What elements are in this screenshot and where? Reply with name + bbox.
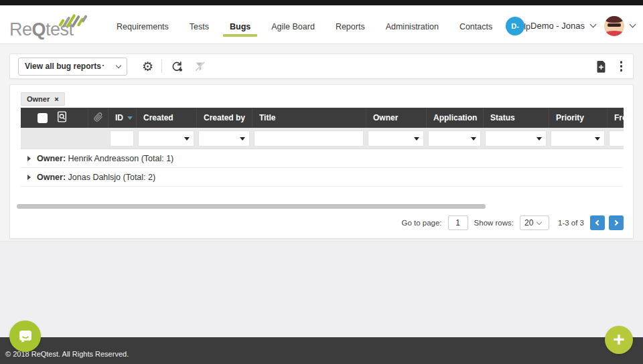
filter-title-input[interactable] <box>254 130 364 147</box>
select-all-checkbox[interactable] <box>38 113 48 123</box>
filter-application-dropdown[interactable] <box>428 130 481 147</box>
header-id[interactable]: ID <box>108 108 136 128</box>
horizontal-scrollbar-thumb[interactable] <box>17 204 486 209</box>
header-attachment-cell <box>88 108 108 128</box>
chevron-right-icon <box>613 220 618 225</box>
filter-priority-dropdown[interactable] <box>551 130 605 147</box>
sort-descending-icon <box>127 116 133 120</box>
nav-agile-board[interactable]: Agile Board <box>270 19 316 38</box>
rows-value: 20 <box>524 218 533 227</box>
group-by-owner-chip: Owner × <box>21 92 65 106</box>
grouping-chip-row: Owner × <box>21 90 622 108</box>
chip-close-icon[interactable]: × <box>54 96 58 103</box>
default-view-marker: ▪ <box>102 63 104 68</box>
filter-created-by-dropdown[interactable] <box>198 130 250 147</box>
group-row-jonas[interactable]: Owner: Jonas Dahlsjo (Total: 2) <box>21 168 622 187</box>
toolbar-right-tools <box>595 60 626 73</box>
user-area: D- Demo - Jonas <box>506 5 635 43</box>
chip-label: Owner <box>27 95 50 103</box>
header-application[interactable]: Application <box>426 108 483 128</box>
bug-list-card: Owner × <box>9 84 634 239</box>
next-page-button[interactable] <box>609 215 624 230</box>
header-frequency[interactable]: Frequency <box>607 108 624 128</box>
reqtest-logo[interactable]: ReQtest <box>9 15 110 41</box>
avatar-hair <box>605 16 624 23</box>
active-tab-underline <box>223 34 257 37</box>
user-menu-chevron-down-icon[interactable] <box>630 21 636 28</box>
dropdown-triangle-icon <box>471 137 476 141</box>
main-nav: Requirements Tests Bugs Agile Board Repo… <box>115 5 532 43</box>
app-header: ReQtest Requirements Tests Bugs Agile Bo… <box>0 5 643 44</box>
group-prefix: Owner: <box>37 154 66 163</box>
nav-reports[interactable]: Reports <box>334 19 366 38</box>
filter-row <box>21 128 624 149</box>
show-rows-label: Show rows: <box>474 219 514 227</box>
header-owner[interactable]: Owner <box>366 108 426 128</box>
header-id-label: ID <box>115 113 123 122</box>
header-title[interactable]: Title <box>252 108 366 128</box>
dropdown-triangle-icon <box>537 137 542 141</box>
chevron-left-icon <box>595 220 601 225</box>
group-prefix: Owner: <box>37 173 66 182</box>
expand-arrow-icon <box>27 156 31 161</box>
pagination-bar: Go to page: Show rows: 20 1-3 of 3 <box>401 213 624 232</box>
account-chevron-down-icon[interactable] <box>590 21 597 28</box>
account-badge: D- <box>506 17 524 35</box>
group-text: Henrik Andreasson (Total: 1) <box>68 154 174 163</box>
nav-bugs[interactable]: Bugs <box>228 19 252 38</box>
filter-select-cell <box>21 128 88 149</box>
top-black-bar <box>0 0 643 5</box>
chevron-down-icon <box>116 62 121 68</box>
more-options-kebab-icon[interactable] <box>618 60 626 73</box>
header-priority[interactable]: Priority <box>549 108 607 128</box>
user-avatar[interactable] <box>604 16 624 36</box>
header-created-by[interactable]: Created by <box>196 108 252 128</box>
chat-support-button[interactable] <box>9 321 41 352</box>
plus-icon: + <box>613 329 625 349</box>
filter-disabled-icon[interactable] <box>194 60 206 72</box>
avatar-glasses <box>608 23 621 27</box>
filter-status-dropdown[interactable] <box>485 130 547 147</box>
account-name[interactable]: Demo - Jonas <box>530 21 585 31</box>
nav-contacts[interactable]: Contacts <box>458 19 494 38</box>
header-status[interactable]: Status <box>483 108 549 128</box>
preview-document-icon[interactable] <box>56 111 68 124</box>
dropdown-triangle-icon <box>240 137 245 141</box>
app-footer: © 2018 ReQtest. All Rights Reserved. <box>0 337 643 364</box>
toolbar-divider <box>161 60 162 73</box>
view-select-dropdown[interactable]: View all bug reports ▪ <box>18 58 127 76</box>
filter-owner-dropdown[interactable] <box>368 130 424 147</box>
create-bug-button[interactable]: + <box>605 326 633 354</box>
bug-table: ID Created Created by Title Owner Applic… <box>21 108 624 149</box>
table-header-row: ID Created Created by Title Owner Applic… <box>21 108 624 128</box>
go-to-page-label: Go to page: <box>401 219 441 227</box>
filter-id-input[interactable] <box>110 130 134 147</box>
nav-requirements[interactable]: Requirements <box>115 19 170 38</box>
export-document-icon[interactable] <box>595 60 607 73</box>
avatar-shirt <box>604 31 624 36</box>
filter-frequency-input[interactable] <box>609 130 624 147</box>
header-select-cell <box>21 108 88 128</box>
paperclip-icon <box>94 112 103 124</box>
nav-tests[interactable]: Tests <box>188 19 210 38</box>
filter-created-dropdown[interactable] <box>138 130 194 147</box>
bug-list-toolbar: View all bug reports ▪ ⚙ <box>9 54 634 79</box>
previous-page-button[interactable] <box>590 215 605 230</box>
group-row-henrik[interactable]: Owner: Henrik Andreasson (Total: 1) <box>21 149 622 168</box>
logo-stripes-icon <box>58 12 88 29</box>
page-number-input[interactable] <box>448 215 468 230</box>
refresh-sync-icon[interactable] <box>170 60 184 73</box>
nav-bugs-label: Bugs <box>230 22 251 31</box>
row-range-text: 1-3 of 3 <box>558 219 584 227</box>
filter-attachment-cell <box>88 128 108 149</box>
dropdown-triangle-icon <box>595 137 600 141</box>
dropdown-triangle-icon <box>414 137 419 141</box>
settings-gear-icon[interactable]: ⚙ <box>142 60 153 73</box>
header-created[interactable]: Created <box>136 108 196 128</box>
nav-administration[interactable]: Administration <box>384 19 440 38</box>
view-select-label: View all bug reports <box>25 62 101 71</box>
chevron-down-icon <box>537 219 542 224</box>
rows-per-page-select[interactable]: 20 <box>520 215 549 230</box>
group-text: Jonas Dahlsjo (Total: 2) <box>68 173 156 182</box>
dropdown-triangle-icon <box>184 137 190 141</box>
